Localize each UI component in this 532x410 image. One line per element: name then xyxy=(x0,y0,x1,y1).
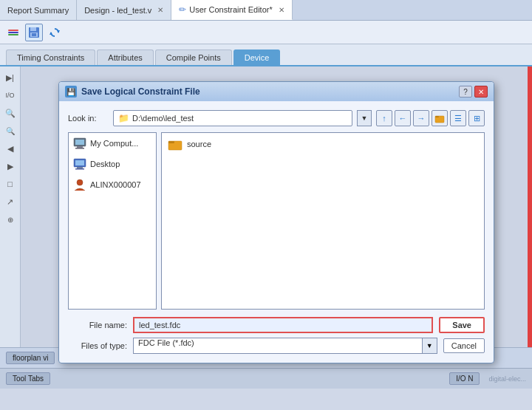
dialog-body: Look in: 📁 D:\demo\led_test ▼ ↑ ← → xyxy=(59,101,494,363)
ctab-attributes[interactable]: Attributes xyxy=(97,49,153,65)
svg-rect-21 xyxy=(168,141,174,143)
io-label: I/O N xyxy=(456,375,473,383)
svg-marker-7 xyxy=(57,30,60,33)
nav-icon xyxy=(7,27,19,38)
sidebar-btn-right[interactable]: ▶ xyxy=(2,158,18,174)
svg-rect-16 xyxy=(75,160,84,165)
filetype-dropdown-arrow[interactable]: ▼ xyxy=(423,338,437,354)
file-item-computer[interactable]: My Comput... xyxy=(69,133,156,154)
tab-uce-close[interactable]: ✕ xyxy=(279,6,284,14)
computer-label: My Comput... xyxy=(90,139,138,148)
dialog-close-btn[interactable]: ✕ xyxy=(474,86,488,98)
tab-bar: Report Summary Design - led_test.v ✕ ✏ U… xyxy=(0,0,532,21)
look-in-dropdown[interactable]: ▼ xyxy=(357,110,372,126)
tab-uce[interactable]: ✏ User Constraint Editor* ✕ xyxy=(171,0,293,20)
ctab-device[interactable]: Device xyxy=(233,49,281,65)
toolbar xyxy=(0,21,532,44)
tab-report-summary[interactable]: Report Summary xyxy=(0,0,77,20)
sidebar-btn-play[interactable]: ▶| xyxy=(2,69,18,86)
content-area: 💾 Save Logical Constraint File ? ✕ xyxy=(21,66,532,347)
filetype-value: FDC File (*.fdc) xyxy=(138,338,194,347)
nav-back-btn[interactable]: ← xyxy=(395,110,411,126)
toolbar-save-btn[interactable] xyxy=(25,24,43,41)
constraint-tabs: Timing Constraints Attributes Compile Po… xyxy=(0,44,532,66)
main-area: ▶| I/O 🔍 🔍 ◀ ▶ □ ↗ ⊕ 💾 Save Logical Cons… xyxy=(0,66,532,347)
file-item-alinx[interactable]: ALINX000007 xyxy=(69,174,156,195)
nav-fwd-btn[interactable]: → xyxy=(413,110,429,126)
ctab-compile[interactable]: Compile Points xyxy=(155,49,232,65)
svg-rect-12 xyxy=(75,140,84,145)
sidebar-btn-zoom-in[interactable]: 🔍 xyxy=(2,123,18,139)
dialog-title: Save Logical Constraint File xyxy=(81,86,454,97)
save-button[interactable]: Save xyxy=(439,317,485,333)
dialog-help-btn[interactable]: ? xyxy=(459,86,472,98)
sidebar-btn-io[interactable]: I/O xyxy=(2,87,18,103)
tool-tabs-label: Tool Tabs xyxy=(13,375,44,383)
dialog-form: File name: Save Files of type: FDC File … xyxy=(68,317,485,354)
tool-tabs-btn[interactable]: Tool Tabs xyxy=(6,372,50,385)
sidebar-btn-search[interactable]: 🔍 xyxy=(2,105,18,121)
svg-rect-13 xyxy=(77,146,83,148)
refresh-icon xyxy=(50,27,60,38)
cancel-button[interactable]: Cancel xyxy=(443,338,485,353)
dialog-title-icon: 💾 xyxy=(65,86,77,98)
sidebar: ▶| I/O 🔍 🔍 ◀ ▶ □ ↗ ⊕ xyxy=(0,66,21,347)
new-folder-icon xyxy=(434,113,445,123)
svg-rect-14 xyxy=(75,148,84,149)
nav-view-btn[interactable]: ☰ xyxy=(450,110,466,126)
filename-row: File name: Save xyxy=(68,317,485,333)
filename-input[interactable] xyxy=(133,317,433,333)
svg-rect-17 xyxy=(77,167,83,168)
sidebar-btn-arrow[interactable]: ↗ xyxy=(2,194,18,210)
sidebar-btn-left[interactable]: ◀ xyxy=(2,140,18,157)
io-tab[interactable]: I/O N xyxy=(449,372,480,385)
svg-point-19 xyxy=(77,180,83,185)
svg-rect-1 xyxy=(8,32,18,33)
save-icon xyxy=(28,27,40,38)
nav-new-folder-btn[interactable] xyxy=(432,110,448,126)
svg-rect-4 xyxy=(30,27,36,31)
file-browser: My Comput... Desktop xyxy=(68,132,485,310)
file-left-panel[interactable]: My Comput... Desktop xyxy=(68,132,157,310)
folder-item-source[interactable]: source xyxy=(162,133,484,155)
folder-icon: 📁 xyxy=(118,113,129,123)
dialog-title-buttons: ? ✕ xyxy=(459,86,488,98)
svg-rect-6 xyxy=(32,33,36,36)
ctab-timing[interactable]: Timing Constraints xyxy=(6,49,95,65)
filetype-select[interactable]: FDC File (*.fdc) xyxy=(133,338,423,354)
folder-icon xyxy=(168,137,183,151)
nav-details-btn[interactable]: ⊞ xyxy=(468,110,485,126)
tab-design-led-close[interactable]: ✕ xyxy=(157,6,163,14)
toolbar-nav-btn[interactable] xyxy=(4,24,22,41)
filetype-label: Files of type: xyxy=(68,341,127,350)
svg-rect-0 xyxy=(8,30,18,31)
dialog-titlebar: 💾 Save Logical Constraint File ? ✕ xyxy=(59,82,494,101)
look-in-value: D:\demo\led_test xyxy=(132,114,194,123)
watermark: digital-elec... xyxy=(488,375,526,383)
tab-design-led-label: Design - led_test.v xyxy=(84,6,151,15)
nav-up-btn[interactable]: ↑ xyxy=(376,110,392,126)
sidebar-btn-rect[interactable]: □ xyxy=(2,176,18,192)
tab-uce-label: User Constraint Editor* xyxy=(189,5,273,14)
svg-rect-18 xyxy=(75,168,84,170)
look-in-label: Look in: xyxy=(68,114,109,123)
floorplan-tab[interactable]: floorplan vi xyxy=(6,352,55,364)
source-label: source xyxy=(187,140,211,148)
sidebar-btn-zoom[interactable]: ⊕ xyxy=(2,211,18,228)
look-in-path: 📁 D:\demo\led_test xyxy=(113,110,352,126)
svg-rect-2 xyxy=(8,34,18,35)
tool-tabs-bar: Tool Tabs I/O N digital-elec... xyxy=(0,368,532,389)
filetype-select-wrap: FDC File (*.fdc) ▼ xyxy=(133,338,437,354)
tab-uce-icon: ✏ xyxy=(179,4,186,15)
svg-rect-10 xyxy=(435,116,439,117)
tab-report-summary-label: Report Summary xyxy=(7,6,69,15)
svg-marker-8 xyxy=(50,32,52,35)
filetype-row: Files of type: FDC File (*.fdc) ▼ Cancel xyxy=(68,338,485,354)
file-right-panel[interactable]: source xyxy=(161,132,485,310)
floorplan-label: floorplan vi xyxy=(13,354,48,362)
file-item-desktop[interactable]: Desktop xyxy=(69,154,156,174)
toolbar-refresh-btn[interactable] xyxy=(46,24,64,41)
look-in-row: Look in: 📁 D:\demo\led_test ▼ ↑ ← → xyxy=(68,110,485,126)
nav-buttons: ↑ ← → ☰ ⊞ xyxy=(376,110,485,126)
tab-design-led[interactable]: Design - led_test.v ✕ xyxy=(77,0,171,20)
